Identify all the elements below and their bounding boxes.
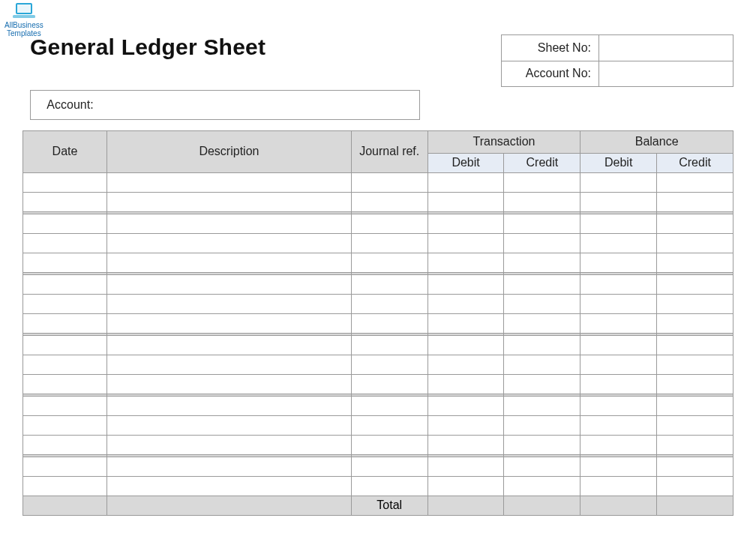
cell-journal-ref[interactable] [351, 435, 428, 454]
cell-journal-ref[interactable] [351, 313, 428, 333]
cell-b-debit[interactable] [580, 335, 657, 355]
cell-description[interactable] [107, 396, 352, 415]
cell-t-debit[interactable] [428, 274, 504, 294]
cell-t-debit[interactable] [428, 374, 504, 394]
cell-journal-ref[interactable] [351, 253, 428, 272]
cell-t-debit[interactable] [428, 172, 504, 192]
cell-b-debit[interactable] [580, 172, 657, 192]
cell-b-credit[interactable] [657, 355, 734, 374]
cell-b-credit[interactable] [657, 172, 734, 192]
cell-b-credit[interactable] [657, 415, 734, 435]
cell-t-credit[interactable] [504, 396, 580, 415]
cell-description[interactable] [107, 253, 352, 272]
cell-t-credit[interactable] [504, 294, 580, 313]
cell-t-debit[interactable] [428, 313, 504, 333]
cell-journal-ref[interactable] [351, 233, 428, 253]
cell-t-credit[interactable] [504, 374, 580, 394]
cell-b-debit[interactable] [580, 313, 657, 333]
cell-journal-ref[interactable] [351, 476, 428, 496]
cell-t-debit[interactable] [428, 253, 504, 272]
cell-t-credit[interactable] [504, 233, 580, 253]
cell-journal-ref[interactable] [351, 214, 428, 233]
cell-journal-ref[interactable] [351, 396, 428, 415]
cell-journal-ref[interactable] [351, 355, 428, 374]
cell-b-credit[interactable] [657, 294, 734, 313]
cell-description[interactable] [107, 233, 352, 253]
cell-t-debit[interactable] [428, 476, 504, 496]
cell-t-credit[interactable] [504, 355, 580, 374]
cell-date[interactable] [23, 294, 107, 313]
cell-b-debit[interactable] [580, 294, 657, 313]
cell-description[interactable] [107, 457, 352, 476]
cell-t-debit[interactable] [428, 457, 504, 476]
sheet-no-value[interactable] [599, 35, 733, 61]
cell-t-credit[interactable] [504, 457, 580, 476]
cell-b-debit[interactable] [580, 374, 657, 394]
cell-t-debit[interactable] [428, 294, 504, 313]
cell-b-debit[interactable] [580, 457, 657, 476]
cell-date[interactable] [23, 233, 107, 253]
cell-b-credit[interactable] [657, 214, 734, 233]
cell-journal-ref[interactable] [351, 374, 428, 394]
cell-b-credit[interactable] [657, 457, 734, 476]
cell-date[interactable] [23, 253, 107, 272]
cell-journal-ref[interactable] [351, 335, 428, 355]
cell-b-credit[interactable] [657, 192, 734, 211]
cell-t-credit[interactable] [504, 476, 580, 496]
cell-date[interactable] [23, 274, 107, 294]
cell-b-credit[interactable] [657, 253, 734, 272]
cell-date[interactable] [23, 476, 107, 496]
cell-date[interactable] [23, 355, 107, 374]
cell-description[interactable] [107, 313, 352, 333]
cell-t-credit[interactable] [504, 435, 580, 454]
cell-b-credit[interactable] [657, 233, 734, 253]
cell-description[interactable] [107, 415, 352, 435]
cell-description[interactable] [107, 214, 352, 233]
cell-description[interactable] [107, 435, 352, 454]
cell-journal-ref[interactable] [351, 192, 428, 211]
cell-b-credit[interactable] [657, 335, 734, 355]
cell-journal-ref[interactable] [351, 172, 428, 192]
cell-description[interactable] [107, 274, 352, 294]
cell-journal-ref[interactable] [351, 294, 428, 313]
cell-b-credit[interactable] [657, 476, 734, 496]
cell-t-credit[interactable] [504, 274, 580, 294]
cell-journal-ref[interactable] [351, 415, 428, 435]
cell-date[interactable] [23, 192, 107, 211]
cell-date[interactable] [23, 172, 107, 192]
cell-description[interactable] [107, 476, 352, 496]
cell-description[interactable] [107, 374, 352, 394]
cell-date[interactable] [23, 374, 107, 394]
cell-b-debit[interactable] [580, 415, 657, 435]
account-no-value[interactable] [599, 61, 733, 86]
cell-date[interactable] [23, 335, 107, 355]
cell-date[interactable] [23, 415, 107, 435]
cell-b-debit[interactable] [580, 214, 657, 233]
cell-date[interactable] [23, 396, 107, 415]
cell-description[interactable] [107, 355, 352, 374]
cell-t-credit[interactable] [504, 335, 580, 355]
cell-date[interactable] [23, 457, 107, 476]
cell-b-debit[interactable] [580, 355, 657, 374]
cell-t-debit[interactable] [428, 415, 504, 435]
cell-b-credit[interactable] [657, 435, 734, 454]
cell-t-debit[interactable] [428, 214, 504, 233]
cell-t-debit[interactable] [428, 355, 504, 374]
cell-b-debit[interactable] [580, 192, 657, 211]
cell-t-debit[interactable] [428, 335, 504, 355]
cell-t-credit[interactable] [504, 192, 580, 211]
cell-date[interactable] [23, 435, 107, 454]
cell-b-debit[interactable] [580, 274, 657, 294]
cell-b-credit[interactable] [657, 313, 734, 333]
cell-b-debit[interactable] [580, 233, 657, 253]
cell-description[interactable] [107, 172, 352, 192]
cell-b-debit[interactable] [580, 435, 657, 454]
cell-b-credit[interactable] [657, 374, 734, 394]
cell-b-credit[interactable] [657, 396, 734, 415]
cell-journal-ref[interactable] [351, 457, 428, 476]
cell-b-debit[interactable] [580, 396, 657, 415]
cell-t-credit[interactable] [504, 313, 580, 333]
cell-b-debit[interactable] [580, 253, 657, 272]
cell-b-credit[interactable] [657, 274, 734, 294]
cell-t-credit[interactable] [504, 253, 580, 272]
